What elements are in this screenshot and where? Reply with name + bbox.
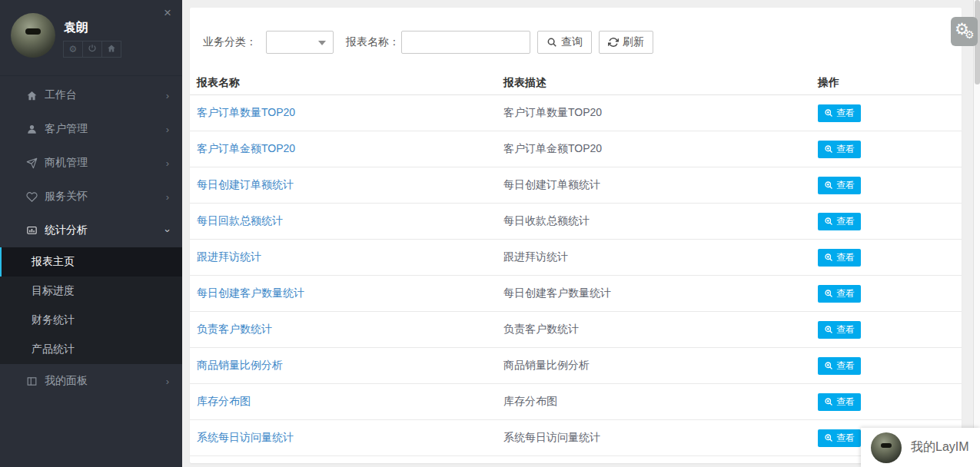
- layim-avatar: [871, 432, 902, 463]
- sidebar: × 袁朗 ⚙: [0, 0, 182, 467]
- report-link[interactable]: 每日创建订单额统计: [197, 178, 503, 192]
- report-desc: 每日创建客户数量统计: [503, 286, 818, 300]
- zoom-in-icon: [824, 361, 833, 370]
- report-table: 报表名称 报表描述 操作 客户订单数量TOP20 客户订单数量TOP20 查看 …: [190, 71, 962, 456]
- zoom-in-icon: [824, 289, 833, 298]
- view-button[interactable]: 查看: [818, 249, 861, 267]
- layim-widget[interactable]: 我的LayIM: [861, 428, 980, 467]
- report-desc: 商品销量比例分析: [503, 359, 818, 373]
- report-link[interactable]: 库存分布图: [197, 395, 503, 409]
- table-row: 库存分布图 库存分布图 查看: [190, 384, 962, 420]
- column-header-actions: 操作: [818, 76, 962, 90]
- search-icon: [546, 37, 557, 48]
- page-scrollbar[interactable]: [973, 0, 980, 467]
- sidebar-item-service-care[interactable]: 服务关怀 ›: [0, 180, 182, 214]
- report-link[interactable]: 每日创建客户数量统计: [197, 286, 503, 300]
- report-link[interactable]: 每日回款总额统计: [197, 214, 503, 228]
- report-name-input[interactable]: [401, 31, 530, 54]
- app-window: × 袁朗 ⚙: [0, 0, 980, 467]
- send-icon: [25, 157, 38, 170]
- refresh-button[interactable]: 刷新: [599, 31, 653, 54]
- profile-button-group: ⚙: [64, 41, 121, 58]
- report-link[interactable]: 商品销量比例分析: [197, 359, 503, 373]
- view-button[interactable]: 查看: [818, 177, 861, 194]
- table-row: 商品销量比例分析 商品销量比例分析 查看: [190, 348, 962, 384]
- table-row: 每日回款总额统计 每日收款总额统计 查看: [190, 204, 962, 240]
- table-row: 跟进拜访统计 跟进拜访统计 查看: [190, 240, 962, 276]
- report-link[interactable]: 跟进拜访统计: [197, 250, 503, 264]
- query-button[interactable]: 查询: [537, 31, 592, 54]
- report-desc: 库存分布图: [503, 395, 818, 409]
- quick-settings-button[interactable]: ⚙ ⚙: [951, 17, 978, 46]
- report-link[interactable]: 客户订单金额TOP20: [197, 142, 503, 156]
- sidebar-menu: 工作台 › 客户管理 › 商机管理 ›: [0, 76, 182, 398]
- view-button-label: 查看: [836, 215, 855, 228]
- sidebar-item-label: 服务关怀: [45, 190, 88, 204]
- view-button[interactable]: 查看: [818, 357, 861, 375]
- view-button-label: 查看: [836, 251, 855, 264]
- query-button-label: 查询: [561, 35, 583, 49]
- view-button[interactable]: 查看: [818, 141, 861, 158]
- table-row: 客户订单数量TOP20 客户订单数量TOP20 查看: [190, 95, 962, 131]
- view-button[interactable]: 查看: [818, 213, 861, 230]
- view-button[interactable]: 查看: [818, 429, 861, 447]
- sidebar-item-opportunities[interactable]: 商机管理 ›: [0, 146, 182, 180]
- chevron-right-icon: ›: [166, 90, 169, 101]
- sidebar-item-report-home[interactable]: 报表主页: [0, 247, 182, 277]
- zoom-in-icon: [824, 181, 833, 190]
- sidebar-item-my-panel[interactable]: 我的面板 ›: [0, 364, 182, 398]
- sidebar-item-product-stats[interactable]: 产品统计: [0, 335, 182, 364]
- category-label: 业务分类：: [203, 35, 257, 49]
- report-desc: 跟进拜访统计: [503, 250, 818, 264]
- sidebar-item-target-progress[interactable]: 目标进度: [0, 277, 182, 306]
- sidebar-item-finance-stats[interactable]: 财务统计: [0, 306, 182, 335]
- report-desc: 系统每日访问量统计: [503, 431, 818, 445]
- user-icon: [25, 123, 38, 136]
- view-button[interactable]: 查看: [818, 104, 861, 122]
- view-button-label: 查看: [836, 396, 855, 409]
- chevron-right-icon: ›: [166, 157, 169, 169]
- submenu-item-label: 报表主页: [32, 255, 75, 269]
- view-button[interactable]: 查看: [818, 321, 861, 339]
- report-desc: 每日创建订单额统计: [503, 178, 818, 192]
- report-name-label: 报表名称：: [346, 35, 400, 49]
- view-button[interactable]: 查看: [818, 393, 861, 411]
- refresh-button-label: 刷新: [623, 35, 644, 49]
- heart-icon: [25, 190, 38, 204]
- column-header-name: 报表名称: [197, 76, 503, 90]
- sidebar-item-label: 客户管理: [45, 122, 88, 136]
- zoom-in-icon: [824, 397, 833, 406]
- table-row: 每日创建客户数量统计 每日创建客户数量统计 查看: [190, 276, 962, 312]
- logout-button[interactable]: [82, 41, 102, 58]
- chart-icon: [25, 224, 38, 237]
- user-avatar[interactable]: [11, 13, 55, 58]
- sidebar-item-label: 统计分析: [45, 224, 88, 237]
- report-link[interactable]: 客户订单数量TOP20: [197, 106, 503, 120]
- table-header: 报表名称 报表描述 操作: [190, 71, 962, 95]
- report-desc: 客户订单数量TOP20: [503, 106, 818, 120]
- view-button-label: 查看: [836, 107, 855, 120]
- view-button[interactable]: 查看: [818, 285, 861, 303]
- home-button[interactable]: [101, 41, 121, 58]
- sidebar-item-statistics[interactable]: 统计分析 ›: [0, 214, 182, 247]
- submenu-item-label: 财务统计: [32, 313, 75, 327]
- home-icon: [107, 44, 116, 55]
- view-button-label: 查看: [836, 323, 855, 336]
- sidebar-item-workbench[interactable]: 工作台 ›: [0, 78, 182, 112]
- gear-icon: ⚙: [69, 44, 78, 55]
- report-desc: 每日收款总额统计: [503, 214, 818, 228]
- report-link[interactable]: 系统每日访问量统计: [197, 431, 503, 445]
- category-select[interactable]: [266, 31, 334, 54]
- sidebar-item-customers[interactable]: 客户管理 ›: [0, 112, 182, 146]
- zoom-in-icon: [824, 325, 833, 334]
- report-link[interactable]: 负责客户数统计: [197, 323, 503, 336]
- settings-button[interactable]: ⚙: [63, 41, 83, 58]
- zoom-in-icon: [824, 433, 833, 442]
- chevron-down-icon: ›: [161, 229, 173, 232]
- column-header-desc: 报表描述: [503, 76, 818, 90]
- sidebar-item-label: 工作台: [45, 88, 77, 102]
- report-desc: 负责客户数统计: [503, 323, 818, 336]
- chevron-down-icon: [318, 41, 326, 45]
- statistics-submenu: 报表主页 目标进度 财务统计 产品统计: [0, 247, 182, 364]
- chevron-right-icon: ›: [166, 191, 169, 203]
